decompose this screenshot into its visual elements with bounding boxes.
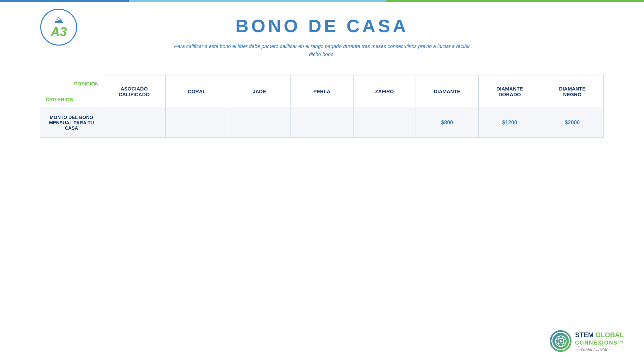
- posicion-criterios-header: POSICIÓN CRITERIOS: [40, 75, 103, 108]
- cell-diamante-dorado-monto: $1200: [478, 108, 541, 137]
- stem-global-text: GLOBAL: [596, 331, 624, 339]
- col-header-diamante-dorado: DIAMANTEDORADO: [478, 75, 541, 108]
- col-header-asociado: ASOCIADOCALIFICADO: [103, 75, 166, 108]
- subtitle-text: Para calificar a éste bono el líder debe…: [171, 42, 473, 58]
- col-header-perla: PERLA: [290, 75, 353, 108]
- table-container: POSICIÓN CRITERIOS ASOCIADOCALIFICADO CO…: [40, 75, 604, 138]
- footer-logo: STEM GLOBAL CONNEXIONSTM — WE ARE ALL ON…: [550, 330, 624, 352]
- cell-coral-monto: [165, 108, 228, 137]
- col-header-diamante-negro: DIAMANTENEGRO: [541, 75, 604, 108]
- svg-point-3: [560, 340, 562, 342]
- bono-table: POSICIÓN CRITERIOS ASOCIADOCALIFICADO CO…: [40, 75, 604, 138]
- cell-perla-monto: [290, 108, 353, 137]
- stem-tagline-text: — WE ARE ALL ONE —: [575, 347, 624, 351]
- stem-logo-icon: [550, 330, 572, 352]
- table-row: MONTO DEL BONOMENSUAL PARA TUCASA $800 $…: [40, 108, 604, 137]
- row-label-monto: MONTO DEL BONOMENSUAL PARA TUCASA: [40, 108, 103, 137]
- logo-container: ⛰ A3: [40, 9, 77, 46]
- stem-connexions-text: CONNEXIONSTM: [575, 340, 624, 346]
- logo-a3-text: A3: [51, 25, 67, 39]
- col-header-diamante: DIAMANTE: [416, 75, 479, 108]
- stem-brand-text: STEM GLOBAL CONNEXIONSTM — WE ARE ALL ON…: [575, 331, 624, 351]
- cell-asociado-monto: [103, 108, 166, 137]
- logo-circle: ⛰ A3: [40, 9, 77, 46]
- col-header-jade: JADE: [228, 75, 291, 108]
- posicion-label: POSICIÓN: [46, 81, 99, 86]
- table-header-row: POSICIÓN CRITERIOS ASOCIADOCALIFICADO CO…: [40, 75, 604, 108]
- cell-diamante-negro-monto: $2000: [541, 108, 604, 137]
- stem-logo-inner: [551, 332, 570, 350]
- cell-diamante-monto: $800: [416, 108, 479, 137]
- logo-mountain-icon: ⛰: [54, 15, 63, 25]
- criterios-label: CRITERIOS: [46, 97, 99, 102]
- header: ⛰ A3 BONO DE CASA Para calificar a éste …: [0, 2, 644, 62]
- cell-jade-monto: [228, 108, 291, 137]
- cell-zafiro-monto: [353, 108, 416, 137]
- page-title: BONO DE CASA: [235, 15, 409, 36]
- col-header-coral: CORAL: [165, 75, 228, 108]
- stem-brand-name: STEM GLOBAL CONNEXIONSTM: [575, 331, 624, 346]
- col-header-zafiro: ZAFIRO: [353, 75, 416, 108]
